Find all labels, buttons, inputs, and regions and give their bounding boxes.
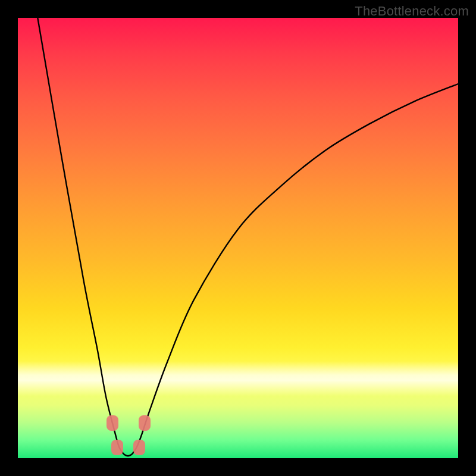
curve-marker-4 — [133, 440, 145, 455]
watermark-text: TheBottleneck.com — [355, 4, 469, 19]
curve-marker-2 — [139, 415, 151, 431]
curve-layer — [18, 18, 458, 458]
curve-marker-1 — [107, 415, 118, 431]
pale-highlight-band — [18, 361, 458, 396]
curve-marker-3 — [111, 440, 123, 455]
bottleneck-curve — [37, 18, 458, 456]
chart-frame: TheBottleneck.com — [0, 0, 476, 476]
plot-area — [18, 18, 458, 458]
